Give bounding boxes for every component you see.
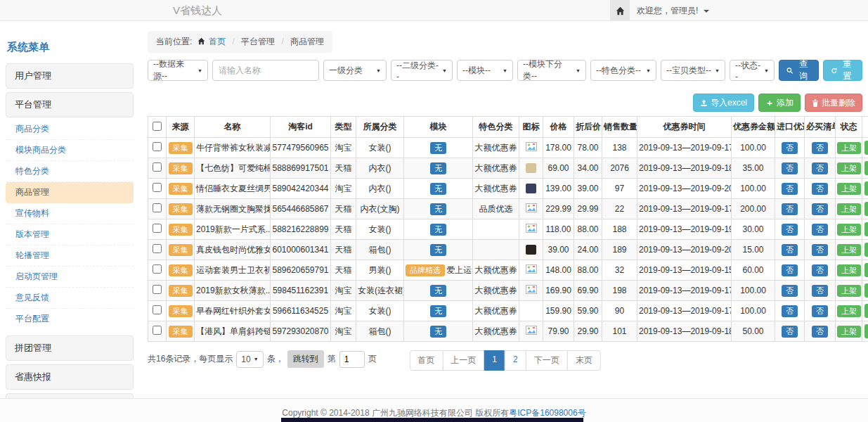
- sidebar-group[interactable]: 消息管理: [6, 393, 134, 398]
- select-all-checkbox[interactable]: [153, 122, 162, 131]
- sidebar-group[interactable]: 用户管理: [6, 63, 134, 89]
- sidebar-group[interactable]: 省惠快报: [6, 364, 134, 390]
- jump-button[interactable]: 跳转到: [287, 350, 324, 368]
- edit-button[interactable]: [864, 181, 868, 196]
- row-checkbox[interactable]: [153, 285, 162, 294]
- must-buy-toggle[interactable]: 否: [812, 264, 828, 276]
- search-button[interactable]: 查询: [779, 60, 819, 81]
- import-select-toggle[interactable]: 否: [782, 305, 798, 317]
- status-badge[interactable]: 上架: [837, 142, 861, 154]
- must-buy-cell: 否: [805, 199, 836, 219]
- jump-page-input[interactable]: [339, 351, 365, 368]
- sidebar-item[interactable]: 模块商品分类: [6, 140, 134, 161]
- must-buy-toggle[interactable]: 否: [812, 326, 828, 338]
- row-checkbox[interactable]: [153, 305, 162, 314]
- sidebar-item[interactable]: 轮播管理: [6, 245, 134, 267]
- product-thumbnail: [526, 245, 536, 255]
- page-nav-button[interactable]: 末页: [567, 350, 601, 371]
- status-badge[interactable]: 上架: [837, 326, 861, 338]
- row-checkbox[interactable]: [153, 183, 162, 192]
- pagination-bar: 共16条记录，每页显示 10 ▼ 条， 跳转到 第 页 首页上一页12下一页末页: [148, 350, 862, 371]
- sidebar-item[interactable]: 商品分类: [6, 119, 134, 140]
- level2-category-select[interactable]: --二级分类--▼: [391, 60, 453, 81]
- must-buy-toggle[interactable]: 否: [812, 183, 828, 195]
- sidebar-item[interactable]: 宣传物料: [6, 203, 134, 224]
- status-badge[interactable]: 上架: [837, 183, 861, 195]
- import-select-toggle[interactable]: 否: [782, 326, 798, 338]
- import-select-toggle[interactable]: 否: [782, 203, 798, 215]
- add-button[interactable]: ＋ 添加: [758, 94, 801, 112]
- status-badge[interactable]: 上架: [837, 244, 861, 256]
- source-cell: 采集: [167, 240, 195, 260]
- sidebar-group[interactable]: 平台管理: [6, 92, 134, 117]
- import-excel-button[interactable]: 导入excel: [693, 94, 754, 112]
- status-badge[interactable]: 上架: [837, 203, 861, 215]
- icp-link[interactable]: 粤ICP备16098006号: [509, 408, 585, 418]
- edit-button[interactable]: [864, 243, 868, 257]
- per-page-select[interactable]: 10 ▼: [236, 351, 263, 368]
- module-sub-category-select[interactable]: --模块下分类--▼: [517, 60, 586, 81]
- module-cell: 无: [404, 179, 473, 199]
- row-checkbox[interactable]: [153, 224, 162, 233]
- breadcrumb-home-link[interactable]: 首页: [209, 37, 226, 46]
- edit-button[interactable]: [864, 304, 868, 318]
- import-select-toggle[interactable]: 否: [782, 162, 798, 174]
- edit-button[interactable]: [864, 283, 868, 298]
- must-buy-toggle[interactable]: 否: [812, 203, 828, 215]
- sidebar-group[interactable]: 拼团管理: [6, 335, 134, 361]
- status-badge[interactable]: 上架: [837, 285, 861, 297]
- row-checkbox[interactable]: [153, 244, 162, 253]
- row-checkbox[interactable]: [153, 203, 162, 212]
- edit-button[interactable]: [864, 222, 868, 236]
- level1-category-select[interactable]: 一级分类▼: [323, 60, 387, 81]
- module-select[interactable]: --模块--▼: [457, 60, 513, 81]
- status-badge[interactable]: 上架: [837, 224, 861, 236]
- status-badge[interactable]: 上架: [837, 264, 861, 276]
- import-select-cell: 否: [775, 158, 805, 179]
- edit-button[interactable]: [864, 161, 868, 175]
- must-buy-toggle[interactable]: 否: [812, 162, 828, 174]
- status-badge[interactable]: 上架: [837, 305, 861, 317]
- status-select[interactable]: --状态--▼: [730, 60, 775, 81]
- edit-button[interactable]: [864, 202, 868, 216]
- sidebar-item[interactable]: 意见反馈: [6, 288, 134, 309]
- row-checkbox[interactable]: [153, 264, 162, 274]
- sidebar-item[interactable]: 平台配置: [6, 309, 134, 329]
- edit-button[interactable]: [864, 324, 868, 338]
- import-select-toggle[interactable]: 否: [782, 244, 798, 256]
- page-number-button[interactable]: 2: [505, 350, 526, 371]
- page-nav-button[interactable]: 下一页: [526, 350, 568, 371]
- must-buy-toggle[interactable]: 否: [812, 285, 828, 297]
- import-select-toggle[interactable]: 否: [782, 183, 798, 195]
- page-number-button[interactable]: 1: [484, 350, 505, 371]
- import-select-toggle[interactable]: 否: [782, 264, 798, 276]
- home-icon: [616, 6, 625, 15]
- must-buy-toggle[interactable]: 否: [812, 244, 828, 256]
- must-buy-toggle[interactable]: 否: [812, 142, 828, 154]
- status-badge[interactable]: 上架: [837, 162, 861, 174]
- name-search-input[interactable]: [212, 60, 319, 81]
- page-nav-button[interactable]: 首页: [409, 350, 443, 371]
- page-nav-button[interactable]: 上一页: [442, 350, 484, 371]
- import-select-toggle[interactable]: 否: [782, 224, 798, 236]
- batch-delete-button[interactable]: 批量删除: [805, 94, 862, 112]
- row-checkbox[interactable]: [153, 162, 162, 172]
- home-button[interactable]: [610, 0, 630, 21]
- import-select-toggle[interactable]: 否: [782, 285, 798, 297]
- edit-button[interactable]: [864, 141, 868, 155]
- item-type-select[interactable]: --宝贝类型--▼: [661, 60, 725, 81]
- user-menu[interactable]: 欢迎您，管理员!: [637, 0, 709, 21]
- sidebar-item[interactable]: 特色分类: [6, 161, 134, 182]
- data-source-select[interactable]: --数据来源--▼: [148, 60, 208, 81]
- sidebar-item[interactable]: 启动页管理: [6, 267, 134, 288]
- reset-button[interactable]: 重置: [823, 60, 863, 81]
- must-buy-toggle[interactable]: 否: [812, 224, 828, 236]
- sidebar-item[interactable]: 商品管理: [6, 182, 134, 203]
- row-checkbox[interactable]: [153, 142, 162, 151]
- sidebar-item[interactable]: 版本管理: [6, 224, 134, 245]
- edit-button[interactable]: [864, 263, 868, 277]
- row-checkbox[interactable]: [153, 326, 162, 335]
- feature-category-select[interactable]: --特色分类--▼: [590, 60, 656, 81]
- must-buy-toggle[interactable]: 否: [812, 305, 828, 317]
- import-select-toggle[interactable]: 否: [782, 142, 798, 154]
